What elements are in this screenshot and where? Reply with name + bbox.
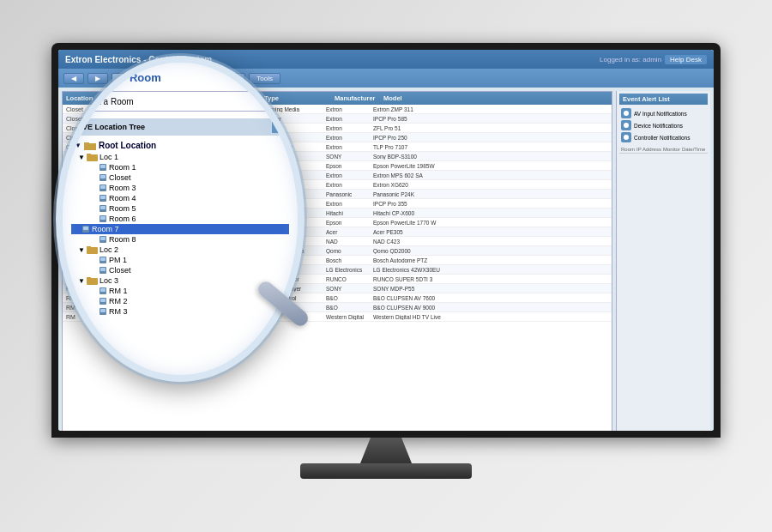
tree-item[interactable]: Closet xyxy=(71,172,289,183)
right-panel: Event Alert List AV Input Notifications … xyxy=(616,91,710,431)
cell-manufacturer: B&O xyxy=(326,295,371,301)
device-icon xyxy=(99,184,107,192)
alert-label: Device Notifications xyxy=(634,123,683,129)
cell-manufacturer: Extron xyxy=(326,182,371,188)
tree-item[interactable]: Room 3 xyxy=(71,183,289,193)
magnifier-overlay: Search for Room Select a Room ▼ GVE Loca… xyxy=(56,56,305,382)
tree-item[interactable]: ▼ Loc 3 xyxy=(71,275,289,286)
room-select-dropdown[interactable]: Select a Room ▼ xyxy=(71,91,289,112)
tree-item[interactable]: ▼ Loc 2 xyxy=(71,245,289,255)
tree-item[interactable]: Room 5 xyxy=(71,203,289,214)
right-panel-title: Event Alert List xyxy=(619,94,708,105)
tree-item-text: Loc 3 xyxy=(100,276,118,285)
svg-rect-25 xyxy=(87,247,98,254)
tree-item[interactable]: Room 7 xyxy=(71,224,289,234)
svg-rect-5 xyxy=(84,143,96,150)
folder-icon xyxy=(87,245,98,254)
svg-rect-34 xyxy=(100,288,106,292)
cell-model: Epson PowerLite 1985W xyxy=(373,163,608,169)
cell-model: B&O CLUPSEN AV 7600 xyxy=(373,295,608,301)
tree-expand-icon: ▼ xyxy=(78,246,85,254)
svg-rect-30 xyxy=(100,268,106,271)
alert-sections: AV Input Notifications Device Notificati… xyxy=(619,107,708,143)
device-icon xyxy=(99,266,107,275)
tree-item[interactable]: ▼ Loc 1 xyxy=(71,152,289,162)
tree-item-text: Loc 1 xyxy=(100,153,118,161)
monitor-bezel: Extron Electronics - Control System Logg… xyxy=(51,43,721,438)
device-icon xyxy=(99,256,107,264)
tree-item[interactable]: Room 1 xyxy=(71,162,289,172)
tree-item[interactable]: RM 3 xyxy=(71,306,289,317)
cell-manufacturer: Extron xyxy=(326,172,371,178)
folder-icon xyxy=(84,141,96,150)
col-room: Room xyxy=(621,147,635,152)
svg-rect-6 xyxy=(84,142,89,144)
tree-item[interactable]: Room 8 xyxy=(71,234,289,245)
alert-label: AV Input Notifications xyxy=(634,111,687,117)
tree-item[interactable]: Closet xyxy=(71,265,289,275)
cell-model: ZFL Pro 51 xyxy=(373,125,608,131)
alert-item[interactable]: Device Notifications xyxy=(619,119,708,131)
tree-item-text: RM 2 xyxy=(109,297,128,305)
alert-item[interactable]: AV Input Notifications xyxy=(619,107,708,119)
cell-manufacturer: Western Digital xyxy=(326,314,371,320)
col-ip: IP Address xyxy=(636,147,661,152)
device-icon xyxy=(99,173,107,182)
svg-rect-38 xyxy=(100,309,106,312)
tree-expand-icon: ▼ xyxy=(78,277,85,285)
monitor-stand-neck xyxy=(360,438,412,463)
svg-rect-32 xyxy=(87,277,91,279)
tree-items-container: ▼ Loc 1 Room 1 Closet Room 3 xyxy=(71,152,289,317)
alert-item[interactable]: Controller Notifications xyxy=(619,131,708,143)
device-icon xyxy=(99,163,107,172)
cell-manufacturer: NAD xyxy=(326,239,371,245)
cell-manufacturer: B&O xyxy=(326,305,371,311)
top-bar-right: Logged in as: admin Help Desk xyxy=(600,55,707,64)
cell-manufacturer: Extron xyxy=(326,116,371,122)
root-location-item[interactable]: ▼ Root Location xyxy=(71,139,289,152)
device-icon xyxy=(99,215,107,223)
tree-item[interactable]: PM 1 xyxy=(71,255,289,265)
col-monitor: Monitor xyxy=(663,147,680,152)
cell-manufacturer: LG Electronics xyxy=(326,267,371,273)
alert-icon xyxy=(621,132,631,142)
scene: Extron Electronics - Control System Logg… xyxy=(0,0,772,532)
cell-manufacturer: SONY xyxy=(326,286,371,292)
svg-point-0 xyxy=(624,111,629,116)
svg-rect-24 xyxy=(100,237,106,240)
cell-model: Extron MPS 602 SA xyxy=(373,172,608,178)
help-desk-button[interactable]: Help Desk xyxy=(665,55,707,64)
tree-item-text: Loc 2 xyxy=(100,245,118,254)
cell-manufacturer: Extron xyxy=(326,106,371,112)
cell-model: Acer PE305 xyxy=(373,229,608,235)
nav-btn-forward[interactable]: ▶ xyxy=(87,73,108,84)
cell-model: Extron XG620 xyxy=(373,182,608,188)
monitor-stand-base xyxy=(300,463,472,479)
svg-rect-12 xyxy=(100,175,106,178)
tree-item[interactable]: RM 2 xyxy=(71,296,289,306)
cell-manufacturer: Panasonic xyxy=(326,191,371,197)
device-icon xyxy=(99,204,107,213)
device-icon xyxy=(99,194,107,203)
tree-item[interactable]: Room 6 xyxy=(71,214,289,224)
magnifier-content: Search for Room Select a Room ▼ GVE Loca… xyxy=(63,63,298,375)
svg-rect-10 xyxy=(100,165,106,168)
col-header-manufacturer: Manufacturer xyxy=(335,94,382,102)
svg-rect-28 xyxy=(100,257,106,261)
cell-manufacturer: Epson xyxy=(326,220,371,226)
tree-item[interactable]: Room 4 xyxy=(71,193,289,203)
tree-item-text: RM 1 xyxy=(109,287,128,295)
svg-rect-7 xyxy=(87,154,98,161)
folder-icon xyxy=(87,153,98,161)
cell-manufacturer: RUNCO xyxy=(326,276,371,282)
device-icon xyxy=(99,287,107,295)
device-icon xyxy=(99,297,107,305)
tree-item-text: PM 1 xyxy=(109,256,127,264)
cell-model: SONY MDP-P55 xyxy=(373,286,608,292)
nav-btn-tools[interactable]: Tools xyxy=(249,73,280,84)
tree-item-text: Closet xyxy=(109,266,131,275)
device-icon xyxy=(99,235,107,244)
tree-item[interactable]: RM 1 xyxy=(71,286,289,296)
cell-model: TLP Pro 7107 xyxy=(373,144,608,150)
nav-btn-back[interactable]: ◀ xyxy=(63,73,84,84)
